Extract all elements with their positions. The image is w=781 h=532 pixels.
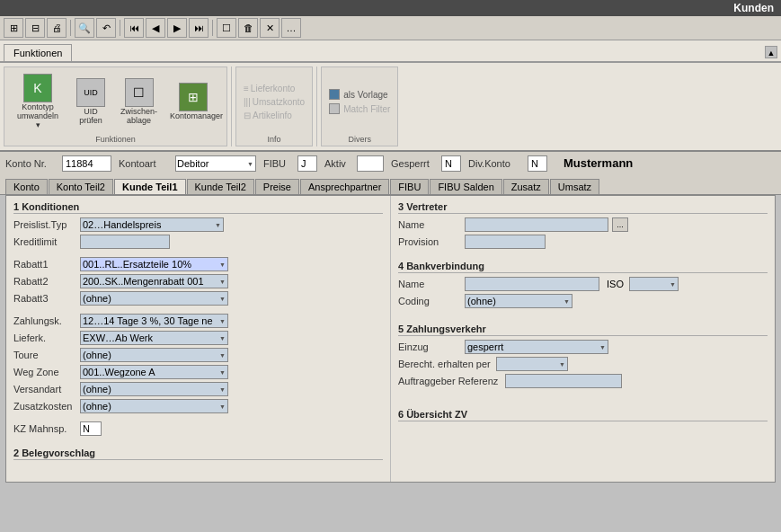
auftrag-label: Auftraggeber Referenz (398, 376, 501, 386)
tab-konto-teil2[interactable]: Konto Teil2 (49, 179, 113, 194)
section5-title: 5 Zahlungsverkehr (398, 324, 768, 336)
bank-name-input[interactable] (465, 277, 599, 291)
ribbon-btn-uid[interactable]: UID UIDprüfen (69, 75, 112, 129)
provision-input[interactable] (465, 235, 546, 249)
iso-select[interactable] (629, 277, 679, 291)
ribbon-btn-umsatzkonto[interactable]: ||| Umsatzkonto (242, 96, 306, 108)
fibu-label: FIBU (263, 158, 290, 169)
section2-title: 2 Belegvorschlag (13, 448, 383, 460)
coding-select[interactable]: (ohne) (465, 294, 572, 308)
kontotyp-label: Kontotypumwandeln ▾ (14, 103, 61, 130)
rabatt1-select-wrap: 001..RL..Ersatzteile 10% (80, 257, 228, 271)
form-header: Konto Nr. Kontoart Debitor FIBU Aktiv Ge… (0, 152, 781, 177)
rabatt3-row: Rabatt3 (ohne) (13, 291, 383, 306)
lieferkonto-icon: ≡ (244, 84, 249, 93)
toure-select[interactable]: (ohne) (80, 348, 228, 362)
funktionen-tab-bar: Funktionen ▲ (0, 40, 781, 63)
konto-nr-input[interactable] (62, 155, 111, 172)
toolbar-btn-2[interactable]: ⊟ (25, 18, 45, 38)
kreditlimit-row: Kreditlimit (13, 235, 383, 249)
toolbar-btn-next[interactable]: ▶ (167, 18, 187, 38)
div-konto-input[interactable] (528, 155, 547, 172)
tab-fibu-salden[interactable]: FIBU Salden (430, 179, 501, 194)
als-vorlage-checkbox[interactable] (329, 89, 340, 100)
weg-zone-label: Weg Zone (13, 367, 76, 377)
weg-zone-select[interactable]: 001..Wegzone A (80, 365, 228, 379)
section4-title: 4 Bankverbindung (398, 261, 768, 273)
fibu-input[interactable] (297, 155, 317, 172)
ribbon-btn-zwischenablage[interactable]: ☐ Zwischen-ablage (116, 75, 162, 129)
kz-mahnsp-label: KZ Mahnsp. (13, 423, 76, 434)
ribbon-btn-match-filter[interactable]: Match Filter (327, 102, 392, 115)
berech-select[interactable] (496, 357, 568, 371)
lieferk-select[interactable]: EXW…Ab Werk (80, 331, 228, 345)
rabatt1-select[interactable]: 001..RL..Ersatzteile 10% (80, 257, 228, 271)
tab-umsatz[interactable]: Umsatz (550, 179, 599, 194)
tab-preise[interactable]: Preise (255, 179, 299, 194)
berech-row: Berecht. erhalten per (398, 357, 768, 371)
ribbon-group-info: ≡ Lieferkonto ||| Umsatzkonto ⊟ Artikeli… (235, 66, 313, 146)
ribbon-group-label-info: Info (268, 135, 281, 144)
toolbar-btn-search[interactable]: 🔍 (75, 18, 94, 38)
kreditlimit-input[interactable] (80, 235, 170, 249)
toolbar-btn-more[interactable]: … (281, 18, 301, 38)
toolbar-sep-2 (120, 20, 120, 36)
uid-label: UIDprüfen (79, 108, 102, 126)
rabatt3-select[interactable]: (ohne) (80, 291, 228, 306)
toolbar-btn-undo[interactable]: ↶ (96, 18, 116, 38)
section3-title: 3 Vertreter (398, 201, 768, 214)
ribbon-collapse-btn[interactable]: ▲ (765, 46, 777, 58)
aktiv-input[interactable] (357, 155, 384, 172)
tab-zusatz[interactable]: Zusatz (503, 179, 549, 194)
toure-label: Toure (13, 350, 76, 360)
uid-icon: UID (76, 78, 105, 107)
tab-funktionen[interactable]: Funktionen (4, 44, 72, 61)
ribbon-btn-artikelinfo[interactable]: ⊟ Artikelinfo (242, 110, 306, 121)
preislist-select[interactable]: 02…Handelspreis (80, 217, 224, 232)
zahlungsk-select-wrap: 12…14 Tage 3 %, 30 Tage ne (80, 314, 228, 328)
kontoart-select[interactable]: Debitor (175, 155, 256, 172)
zahlungsk-select[interactable]: 12…14 Tage 3 %, 30 Tage ne (80, 314, 228, 328)
zusatzkosten-select[interactable]: (ohne) (80, 399, 228, 413)
iso-label: ISO (607, 279, 624, 289)
ribbon-btn-als-vorlage[interactable]: als Vorlage (327, 88, 392, 101)
toolbar-btn-close[interactable]: ✕ (260, 18, 280, 38)
zwischenablage-label: Zwischen-ablage (120, 108, 157, 126)
tab-ansprechpartner[interactable]: Ansprechpartner (300, 179, 389, 194)
toolbar-btn-print[interactable]: 🖨 (47, 18, 67, 38)
toolbar-btn-1[interactable]: ⊞ (4, 18, 23, 38)
gesperrt-input[interactable] (441, 155, 461, 172)
toolbar-btn-prev[interactable]: ◀ (146, 18, 165, 38)
tab-fibu[interactable]: FIBU (390, 179, 429, 194)
toolbar-btn-new[interactable]: ☐ (217, 18, 236, 38)
kz-mahnsp-input[interactable] (80, 421, 102, 436)
vertreter-ellipsis-btn[interactable]: ... (612, 217, 628, 232)
tab-konto[interactable]: Konto (5, 179, 48, 194)
auftrag-input[interactable] (505, 374, 622, 388)
toolbar-btn-first[interactable]: ⏮ (124, 18, 144, 38)
rabatt1-label: Rabatt1 (13, 259, 76, 270)
ribbon-btn-kontotyp[interactable]: K Kontotypumwandeln ▾ (10, 71, 66, 133)
versandart-select[interactable]: (ohne) (80, 382, 228, 396)
ribbon-group-funktionen: K Kontotypumwandeln ▾ UID UIDprüfen ☐ Zw… (4, 66, 227, 146)
toolbar-btn-last[interactable]: ⏭ (189, 18, 209, 38)
tab-kunde-teil2[interactable]: Kunde Teil2 (187, 179, 254, 194)
lieferkonto-label: Lieferkonto (251, 84, 295, 93)
einzug-select[interactable]: gesperrt (465, 340, 608, 354)
rabatt2-select[interactable]: 200..SK..Mengenrabatt 001 (80, 274, 228, 288)
ribbon-btn-lieferkonto[interactable]: ≡ Lieferkonto (242, 83, 306, 94)
preislist-label: Preislist.Typ (13, 219, 76, 230)
bank-name-row: Name ISO (398, 277, 768, 291)
provision-row: Provision (398, 235, 768, 249)
rabatt3-select-wrap: (ohne) (80, 291, 228, 306)
vertreter-name-input[interactable] (465, 217, 608, 232)
match-filter-checkbox[interactable] (329, 103, 340, 114)
ribbon-btn-kontomanager[interactable]: ⊞ Kontomanager (165, 80, 221, 124)
toure-select-wrap: (ohne) (80, 348, 228, 362)
section1-title: 1 Konditionen (13, 201, 383, 214)
zahlungsk-row: Zahlungsk. 12…14 Tage 3 %, 30 Tage ne (13, 314, 383, 328)
tab-kunde-teil1[interactable]: Kunde Teil1 (114, 179, 186, 194)
coding-select-wrap: (ohne) (465, 294, 572, 308)
toolbar-btn-delete[interactable]: 🗑 (238, 18, 258, 38)
bank-name-label: Name (398, 279, 461, 289)
